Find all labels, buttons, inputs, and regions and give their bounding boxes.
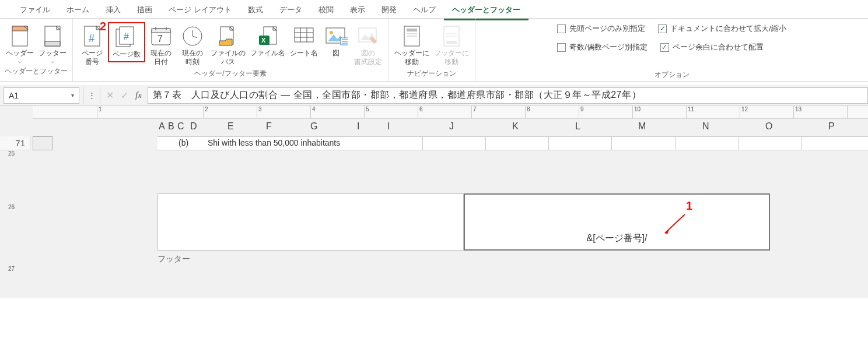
name-box[interactable]: A1 ▾: [4, 87, 79, 104]
page-number-icon: #: [80, 24, 104, 48]
menu-developer[interactable]: 開発: [373, 2, 405, 17]
header-icon: [8, 24, 32, 48]
arrow-icon: [659, 211, 688, 240]
page-number-button[interactable]: # ページ 番号: [76, 22, 108, 66]
picture-button[interactable]: 図: [320, 22, 352, 58]
svg-rect-39: [446, 36, 457, 37]
menu-header-footer[interactable]: ヘッダーとフッター: [444, 2, 528, 20]
svg-rect-3: [45, 41, 60, 46]
svg-text:7: 7: [158, 34, 163, 44]
chevron-down-icon: ⌵: [51, 58, 54, 64]
header-button[interactable]: ヘッダー ⌵: [4, 22, 36, 64]
footer-icon: [41, 24, 64, 48]
ribbon-group-navigation: ヘッダーに 移動 フッターに 移動 ナビゲーション: [388, 19, 475, 81]
ribbon-group-header-footer: ヘッダー ⌵ フッター ⌵ ヘッダーとフッター: [0, 19, 73, 81]
checkbox-scale-doc[interactable]: ドキュメントに合わせて拡大/縮小: [658, 23, 786, 34]
menu-draw[interactable]: 描画: [129, 2, 160, 17]
menu-data[interactable]: データ: [271, 2, 310, 17]
svg-text:X: X: [261, 37, 266, 44]
column-headers: A B C D E F G I I J K L M N O P: [33, 119, 868, 136]
chevron-down-icon: ▾: [71, 92, 74, 98]
calendar-icon: 7: [149, 24, 173, 48]
chevron-down-icon: ⌵: [18, 58, 22, 64]
svg-marker-42: [665, 228, 670, 234]
goto-header-button[interactable]: ヘッダーに 移動: [392, 22, 432, 66]
horizontal-ruler: 1 2 3 4 5 6 7 8 9 10 11 12 13: [33, 106, 868, 119]
picture-icon: [324, 24, 348, 48]
checkbox-diff-oddeven[interactable]: 奇数/偶数ページ別指定: [557, 42, 648, 52]
menu-file[interactable]: ファイル: [12, 2, 58, 17]
ribbon-group-elements: 2 # ページ 番号 # ページ数 7 現在の 日付: [73, 19, 388, 81]
picture-format-button: 図の 書式設定: [352, 22, 384, 66]
current-time-button[interactable]: 現在の 時刻: [177, 22, 208, 66]
footer-section-center[interactable]: &[ページ番号]/: [464, 193, 770, 251]
goto-header-icon: [400, 24, 424, 48]
expand-icon[interactable]: ⋮: [83, 87, 100, 104]
file-path-icon: [216, 24, 240, 48]
footer-label: フッター: [158, 254, 190, 265]
file-path-button[interactable]: ファイルの パス: [208, 22, 248, 66]
svg-text:#: #: [89, 33, 94, 44]
menu-page-layout[interactable]: ページ レイアウト: [160, 2, 240, 17]
sheet-name-icon: [292, 24, 316, 48]
cell-selection[interactable]: [33, 136, 52, 150]
svg-rect-10: [152, 29, 170, 33]
svg-rect-38: [446, 33, 457, 34]
svg-point-27: [330, 31, 333, 34]
picture-format-icon: [356, 24, 380, 48]
checkbox-diff-first[interactable]: 先頭ページのみ別指定: [557, 23, 645, 34]
svg-text:#: #: [124, 31, 129, 41]
svg-rect-40: [446, 41, 457, 44]
ribbon-group-options: 先頭ページのみ別指定 ドキュメントに合わせて拡大/縮小 奇数/偶数ページ別指定 …: [475, 19, 868, 81]
menu-insert[interactable]: 挿入: [97, 2, 129, 17]
formula-input[interactable]: 第７表 人口及び人口の割合 ― 全国，全国市部・郡部，都道府県，都道府県市部・郡…: [148, 87, 868, 104]
data-row: (b) Shi with less than 50,000 inhabitant…: [158, 136, 868, 150]
page-count-icon: #: [115, 26, 138, 49]
goto-footer-icon: [440, 24, 463, 48]
sheet-name-button[interactable]: シート名: [288, 22, 320, 58]
clock-icon: [181, 24, 204, 48]
footer-section-left[interactable]: [158, 193, 464, 251]
menu-review[interactable]: 校閲: [310, 2, 342, 17]
svg-rect-35: [407, 33, 417, 34]
page-count-button[interactable]: # ページ数: [108, 22, 145, 62]
menu-formulas[interactable]: 数式: [240, 2, 271, 17]
checkbox-align-margins[interactable]: ページ余白に合わせて配置: [660, 42, 764, 52]
row-header-71[interactable]: 71: [0, 136, 30, 150]
menu-bar: ファイル ホーム 挿入 描画 ページ レイアウト 数式 データ 校閲 表示 開発…: [0, 0, 868, 19]
menu-home[interactable]: ホーム: [58, 2, 97, 17]
svg-rect-21: [295, 28, 313, 42]
footer-button[interactable]: フッター ⌵: [36, 22, 69, 64]
menu-help[interactable]: ヘルプ: [405, 2, 444, 17]
enter-icon[interactable]: ✓: [121, 90, 128, 101]
fx-icon[interactable]: fx: [135, 90, 142, 100]
ribbon: ヘッダー ⌵ フッター ⌵ ヘッダーとフッター 2 # ページ 番号: [0, 19, 868, 82]
goto-footer-button: フッターに 移動: [432, 22, 471, 66]
file-name-icon: X: [256, 24, 279, 48]
file-name-button[interactable]: X ファイル名: [248, 22, 288, 58]
menu-view[interactable]: 表示: [342, 2, 373, 17]
svg-rect-36: [407, 36, 417, 37]
cancel-icon[interactable]: ✕: [106, 90, 114, 101]
current-date-button[interactable]: 7 現在の 日付: [145, 22, 177, 66]
formula-bar: A1 ▾ ⋮ ✕ ✓ fx 第７表 人口及び人口の割合 ― 全国，全国市部・郡部…: [0, 85, 868, 106]
svg-rect-34: [407, 29, 417, 31]
